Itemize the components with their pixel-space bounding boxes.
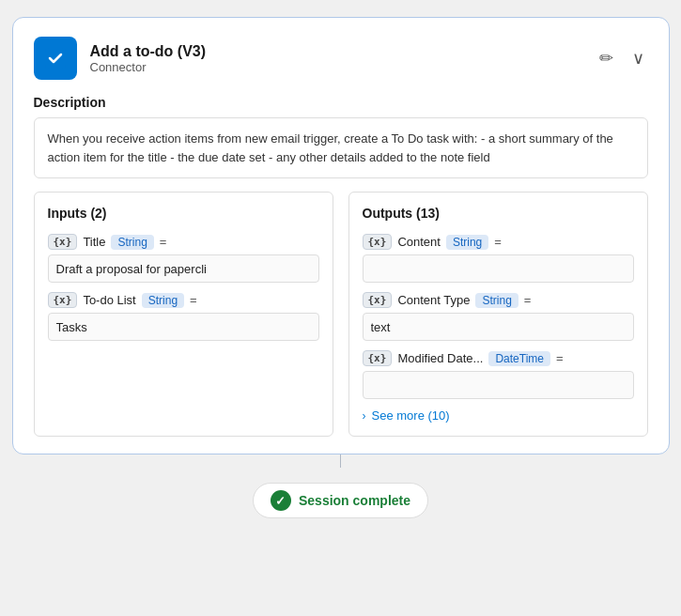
connector-line-bottom — [340, 454, 341, 468]
card-title: Add a to-do (V3) — [90, 43, 207, 60]
session-complete-pill: ✓ Session complete — [253, 483, 428, 518]
input-title-type: String — [111, 235, 153, 250]
output-moddate-type: DateTime — [488, 351, 550, 366]
output-content-label-row: {x} Content String = — [363, 234, 634, 250]
inputs-column: Inputs (2) {x} Title String = {x} To-do … — [34, 192, 333, 437]
input-field-todolist: {x} To-do List String = — [48, 292, 319, 341]
output-content-type: String — [446, 235, 488, 250]
output-moddate-label-row: {x} Modified Date... DateTime = — [363, 350, 634, 366]
input-title-label-row: {x} Title String = — [48, 234, 319, 250]
input-todolist-label-row: {x} To-do List String = — [48, 292, 319, 308]
chevron-right-icon: › — [363, 409, 366, 423]
session-complete-bar: ✓ Session complete — [253, 483, 428, 518]
header-left: Add a to-do (V3) Connector — [34, 37, 207, 80]
output-content-field[interactable] — [363, 254, 634, 283]
header-titles: Add a to-do (V3) Connector — [90, 43, 207, 74]
edit-button[interactable]: ✏ — [596, 46, 617, 70]
io-section: Inputs (2) {x} Title String = {x} To-do … — [34, 192, 648, 437]
input-title-name: Title — [83, 235, 105, 249]
description-section: Description When you receive action item… — [34, 95, 648, 178]
check-circle-icon: ✓ — [271, 490, 291, 511]
inputs-title: Inputs (2) — [48, 206, 319, 221]
svg-rect-0 — [45, 48, 66, 69]
connector-card: Add a to-do (V3) Connector ✏ ∨ Descripti… — [12, 17, 670, 454]
output-moddate-name: Modified Date... — [397, 351, 483, 365]
output-field-content: {x} Content String = — [363, 234, 634, 283]
input-todolist-name: To-do List — [83, 293, 135, 307]
output-field-content-type: {x} Content Type String = — [363, 292, 634, 341]
input-todolist-field[interactable] — [48, 313, 319, 341]
output-contenttype-equals: = — [524, 293, 532, 307]
input-title-var-badge: {x} — [48, 234, 78, 250]
output-contenttype-name: Content Type — [397, 293, 470, 307]
output-content-var-badge: {x} — [363, 234, 393, 250]
input-todolist-equals: = — [190, 293, 197, 307]
see-more-label: See more (10) — [372, 408, 450, 423]
output-field-modified-date: {x} Modified Date... DateTime = — [363, 350, 634, 399]
output-contenttype-label-row: {x} Content Type String = — [363, 292, 634, 308]
output-content-equals: = — [494, 235, 502, 249]
output-moddate-field[interactable] — [363, 371, 634, 399]
input-title-equals: = — [160, 235, 167, 249]
outputs-title: Outputs (13) — [363, 206, 634, 221]
see-more-button[interactable]: › See more (10) — [363, 408, 634, 423]
input-todolist-type: String — [142, 293, 184, 308]
output-contenttype-field[interactable] — [363, 313, 634, 341]
session-complete-label: Session complete — [299, 493, 410, 508]
app-icon — [34, 37, 77, 80]
header-actions[interactable]: ✏ ∨ — [596, 46, 648, 70]
description-title: Description — [34, 95, 648, 110]
expand-button[interactable]: ∨ — [628, 46, 648, 70]
input-title-field[interactable] — [48, 254, 319, 283]
output-moddate-equals: = — [556, 351, 564, 365]
input-todolist-var-badge: {x} — [48, 292, 78, 308]
output-content-name: Content — [397, 235, 441, 249]
output-contenttype-var-badge: {x} — [363, 292, 393, 308]
output-contenttype-type: String — [475, 293, 518, 308]
outputs-column: Outputs (13) {x} Content String = {x} Co… — [348, 192, 648, 437]
card-header: Add a to-do (V3) Connector ✏ ∨ — [34, 37, 648, 80]
input-field-title: {x} Title String = — [48, 234, 319, 283]
card-subtitle: Connector — [90, 60, 207, 74]
output-moddate-var-badge: {x} — [363, 350, 393, 366]
description-text: When you receive action items from new e… — [48, 131, 613, 164]
description-box: When you receive action items from new e… — [34, 117, 648, 178]
